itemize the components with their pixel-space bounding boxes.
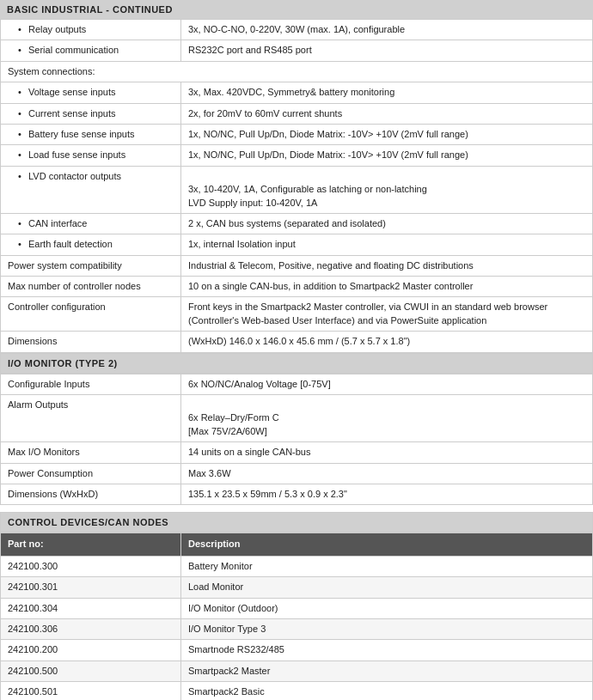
- table-row: Alarm Outputs 6x Relay–Dry/Form C [Max 7…: [1, 395, 593, 442]
- table-row: 242100.306I/O Monitor Type 3: [1, 618, 593, 639]
- row-label: •Current sense inputs: [1, 103, 181, 124]
- basic-industrial-table: •Relay outputs 3x, NO-C-NO, 0-220V, 30W …: [0, 19, 593, 353]
- part-number: 242100.500: [1, 660, 181, 681]
- table-row: Max I/O Monitors 14 units on a single CA…: [1, 442, 593, 463]
- table-row: 242100.500Smartpack2 Master: [1, 660, 593, 681]
- row-label: Configurable Inputs: [1, 374, 181, 394]
- row-label: •Relay outputs: [1, 20, 181, 40]
- part-number: 242100.300: [1, 556, 181, 576]
- io-monitor-header: I/O MONITOR (TYPE 2): [0, 353, 593, 374]
- row-value: 1x, NO/NC, Pull Up/Dn, Diode Matrix: -10…: [181, 124, 593, 144]
- row-value: 135.1 x 23.5 x 59mm / 5.3 x 0.9 x 2.3": [181, 484, 593, 504]
- bullet-icon: •: [18, 23, 25, 36]
- description: Smartnode RS232/485: [181, 640, 593, 660]
- bullet-icon: •: [18, 44, 25, 57]
- bullet-icon: •: [18, 238, 25, 251]
- table-row: 242100.501Smartpack2 Basic: [1, 682, 593, 700]
- description: Battery Monitor: [181, 556, 593, 576]
- row-value: 2 x, CAN bus systems (separated and isol…: [181, 213, 593, 234]
- bullet-icon: •: [18, 128, 25, 141]
- table-row: 242100.301Load Monitor: [1, 577, 593, 598]
- row-label: Power system compatibility: [1, 255, 181, 276]
- row-label: •Voltage sense inputs: [1, 82, 181, 103]
- row-label: •CAN interface: [1, 213, 181, 234]
- row-value: 14 units on a single CAN-bus: [181, 442, 593, 463]
- table-row: 242100.300Battery Monitor: [1, 556, 593, 576]
- table-row: Max number of controller nodes 10 on a s…: [1, 277, 593, 297]
- table-row: •Current sense inputs 2x, for 20mV to 60…: [1, 103, 593, 124]
- row-value: RS232C port and RS485 port: [181, 40, 593, 61]
- row-label: Power Consumption: [1, 463, 181, 484]
- bullet-icon: •: [18, 107, 25, 120]
- table-row: Dimensions (WxHxD) 135.1 x 23.5 x 59mm /…: [1, 484, 593, 504]
- table-row: •Earth fault detection 1x, internal Isol…: [1, 234, 593, 255]
- bullet-icon: •: [18, 149, 25, 161]
- row-value: 3x, 10-420V, 1A, Configurable as latchin…: [181, 166, 593, 213]
- row-value: 6x NO/NC/Analog Voltage [0-75V]: [181, 374, 593, 394]
- row-value: (WxHxD) 146.0 x 146.0 x 45.6 mm / (5.7 x…: [181, 332, 593, 352]
- row-label: •Earth fault detection: [1, 234, 181, 255]
- row-value: 6x Relay–Dry/Form C [Max 75V/2A/60W]: [181, 395, 593, 442]
- col-desc-header: Description: [181, 533, 593, 556]
- description: I/O Monitor Type 3: [181, 618, 593, 639]
- bullet-icon: •: [18, 86, 25, 99]
- table-row: Power system compatibility Industrial & …: [1, 255, 593, 276]
- row-label: Dimensions (WxHxD): [1, 484, 181, 504]
- bullet-icon: •: [18, 217, 25, 230]
- page-container: BASIC INDUSTRIAL - CONTINUED •Relay outp…: [0, 0, 593, 700]
- row-value: Max 3.6W: [181, 463, 593, 484]
- io-monitor-table: Configurable Inputs 6x NO/NC/Analog Volt…: [0, 374, 593, 506]
- row-label: Controller configuration: [1, 297, 181, 332]
- control-devices-table: Part no: Description 242100.300Battery M…: [0, 533, 593, 700]
- row-value: Front keys in the Smartpack2 Master cont…: [181, 297, 593, 332]
- description: Load Monitor: [181, 577, 593, 598]
- part-number: 242100.501: [1, 682, 181, 700]
- table-row: Dimensions (WxHxD) 146.0 x 146.0 x 45.6 …: [1, 332, 593, 352]
- description: Smartpack2 Master: [181, 660, 593, 681]
- row-label: Max I/O Monitors: [1, 442, 181, 463]
- table-row: •LVD contactor outputs 3x, 10-420V, 1A, …: [1, 166, 593, 213]
- row-label: •Serial communication: [1, 40, 181, 61]
- table-row: •Load fuse sense inputs 1x, NO/NC, Pull …: [1, 145, 593, 166]
- table-column-headers: Part no: Description: [1, 533, 593, 556]
- basic-industrial-header: BASIC INDUSTRIAL - CONTINUED: [0, 0, 593, 19]
- row-label: •Battery fuse sense inputs: [1, 124, 181, 144]
- part-number: 242100.306: [1, 618, 181, 639]
- row-value: 10 on a single CAN-bus, in addition to S…: [181, 277, 593, 297]
- row-value: Industrial & Telecom, Positive, negative…: [181, 255, 593, 276]
- table-row: 242100.200Smartnode RS232/485: [1, 640, 593, 660]
- table-row: •CAN interface 2 x, CAN bus systems (sep…: [1, 213, 593, 234]
- row-value: 1x, internal Isolation input: [181, 234, 593, 255]
- table-row: Power Consumption Max 3.6W: [1, 463, 593, 484]
- table-row: 242100.304I/O Monitor (Outdoor): [1, 598, 593, 618]
- part-number: 242100.301: [1, 577, 181, 598]
- col-part-header: Part no:: [1, 533, 181, 556]
- row-label: Dimensions: [1, 332, 181, 352]
- description: Smartpack2 Basic: [181, 682, 593, 700]
- table-row: •Relay outputs 3x, NO-C-NO, 0-220V, 30W …: [1, 20, 593, 40]
- part-number: 242100.200: [1, 640, 181, 660]
- row-value: 2x, for 20mV to 60mV current shunts: [181, 103, 593, 124]
- row-value: 1x, NO/NC, Pull Up/Dn, Diode Matrix: -10…: [181, 145, 593, 166]
- description: I/O Monitor (Outdoor): [181, 598, 593, 618]
- row-label: Max number of controller nodes: [1, 277, 181, 297]
- bullet-icon: •: [18, 170, 25, 183]
- table-row: •Battery fuse sense inputs 1x, NO/NC, Pu…: [1, 124, 593, 144]
- table-row: •Voltage sense inputs 3x, Max. 420VDC, S…: [1, 82, 593, 103]
- table-row: Configurable Inputs 6x NO/NC/Analog Volt…: [1, 374, 593, 394]
- table-row: System connections:: [1, 61, 593, 82]
- table-row: Controller configuration Front keys in t…: [1, 297, 593, 332]
- part-number: 242100.304: [1, 598, 181, 618]
- row-label: •Load fuse sense inputs: [1, 145, 181, 166]
- row-value: 3x, NO-C-NO, 0-220V, 30W (max. 1A), conf…: [181, 20, 593, 40]
- row-label: Alarm Outputs: [1, 395, 181, 442]
- row-label: •LVD contactor outputs: [1, 166, 181, 213]
- group-header-label: System connections:: [1, 61, 593, 82]
- control-devices-header: CONTROL DEVICES/CAN NODES: [0, 512, 593, 533]
- table-row: •Serial communication RS232C port and RS…: [1, 40, 593, 61]
- row-value: 3x, Max. 420VDC, Symmetry& battery monit…: [181, 82, 593, 103]
